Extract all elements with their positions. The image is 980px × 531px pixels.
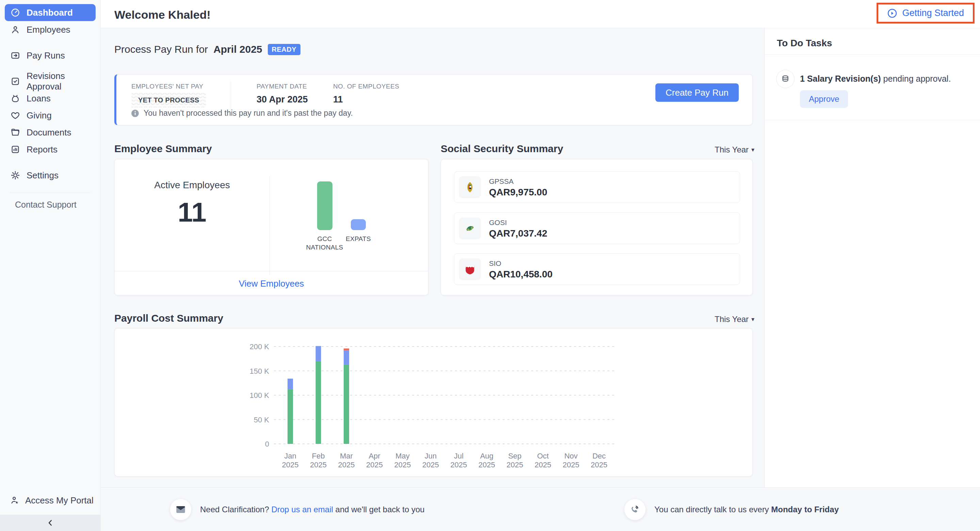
employee-summary-card: Active Employees 11 GCC NATIONALS EXPATS… <box>115 159 428 295</box>
employee-count-field: NO. OF EMPLOYEES 11 <box>333 83 399 105</box>
period-filter-label: This Year <box>714 314 749 324</box>
sidebar-item-label: Pay Runs <box>27 50 65 61</box>
getting-started-label: Getting Started <box>902 8 964 18</box>
sio-emblem-icon <box>459 258 481 280</box>
phone-icon <box>624 499 646 520</box>
create-pay-run-button[interactable]: Create Pay Run <box>655 83 739 102</box>
svg-text:0: 0 <box>265 440 269 448</box>
svg-text:Aug2025: Aug2025 <box>479 452 495 469</box>
svg-text:100 K: 100 K <box>250 391 269 400</box>
access-my-portal-link[interactable]: Access My Portal <box>5 492 99 509</box>
loans-icon <box>10 93 21 104</box>
sidebar-item-pay-runs[interactable]: Pay Runs <box>5 47 95 64</box>
active-employees-label: Active Employees <box>115 180 269 191</box>
revisions-approval-icon <box>10 76 21 86</box>
chevron-down-icon: ▾ <box>751 146 754 153</box>
todo-task-bold: 1 Salary Revision(s) <box>800 74 881 83</box>
employees-icon <box>10 24 21 35</box>
approve-button[interactable]: Approve <box>800 90 848 108</box>
svg-text:Oct2025: Oct2025 <box>535 452 551 469</box>
play-circle-icon <box>887 8 897 18</box>
contact-support-link[interactable]: Contact Support <box>5 200 95 210</box>
social-security-card: GPSSA QAR9,975.00 GOSI QAR7,037.42 SIO Q… <box>441 159 753 295</box>
settings-icon <box>10 170 21 180</box>
sio-name: SIO <box>489 259 501 268</box>
expats-bar <box>351 219 366 230</box>
svg-text:Jul2025: Jul2025 <box>450 452 467 469</box>
sidebar: Dashboard Employees Pay Runs Revi <box>0 0 101 531</box>
drop-us-an-email-link[interactable]: Drop us an email <box>271 505 333 514</box>
sidebar-item-settings[interactable]: Settings <box>5 167 95 184</box>
sidebar-collapse-button[interactable] <box>0 515 101 531</box>
email-support-item: Need Clarification? Drop us an email and… <box>170 488 425 531</box>
sidebar-item-label: Documents <box>27 127 72 138</box>
sidebar-item-revisions-approval[interactable]: Revisions Approval <box>5 73 95 90</box>
svg-text:Dec2025: Dec2025 <box>591 452 608 469</box>
sio-row: SIO QAR10,458.00 <box>454 253 740 285</box>
getting-started-button[interactable]: Getting Started <box>877 3 975 24</box>
phone-support-text: You can directly talk to us every Monday… <box>654 505 839 514</box>
todo-task-item: 1 Salary Revision(s) pending approval. A… <box>765 55 980 120</box>
svg-text:150 K: 150 K <box>250 367 269 375</box>
active-employees-count: 11 <box>115 197 269 228</box>
employee-count-value: 11 <box>333 94 399 105</box>
documents-icon <box>10 127 21 137</box>
expats-label: EXPATS <box>346 235 371 243</box>
payment-date-field: PAYMENT DATE 30 Apr 2025 <box>256 83 308 105</box>
top-header-bar: Welcome Khaled! Getting Started <box>101 0 980 28</box>
reports-icon <box>10 144 21 155</box>
net-pay-field: EMPLOYEES' NET PAY YET TO PROCESS <box>131 83 206 108</box>
svg-text:Mar2025: Mar2025 <box>338 452 355 469</box>
gpssa-name: GPSSA <box>489 177 514 185</box>
sidebar-item-employees[interactable]: Employees <box>5 21 95 38</box>
net-pay-masked-value: YET TO PROCESS <box>131 93 206 108</box>
view-employees-link[interactable]: View Employees <box>115 278 428 289</box>
gcc-nationals-bar <box>317 182 332 230</box>
payrun-info-text: You haven't processed this pay run and i… <box>143 108 353 118</box>
sidebar-item-dashboard[interactable]: Dashboard <box>5 4 95 21</box>
social-security-period-filter[interactable]: This Year ▾ <box>714 145 754 155</box>
payroll-dashboard: Dashboard Employees Pay Runs Revi <box>0 0 980 531</box>
svg-text:Apr2025: Apr2025 <box>366 452 383 469</box>
todo-task-text: 1 Salary Revision(s) pending approval. <box>800 74 951 84</box>
svg-text:Jun2025: Jun2025 <box>422 452 439 469</box>
sidebar-item-label: Loans <box>27 93 51 104</box>
payrun-card: EMPLOYEES' NET PAY YET TO PROCESS PAYMEN… <box>115 74 753 125</box>
todo-task-rest: pending approval. <box>881 74 951 83</box>
pay-runs-icon <box>10 50 21 61</box>
payment-date-label: PAYMENT DATE <box>256 83 308 90</box>
payroll-period-filter[interactable]: This Year ▾ <box>714 314 754 324</box>
support-footer: Need Clarification? Drop us an email and… <box>101 488 980 531</box>
email-text-suffix: and we'll get back to you <box>333 505 425 514</box>
gpssa-row: GPSSA QAR9,975.00 <box>454 171 740 203</box>
sidebar-item-documents[interactable]: Documents <box>5 124 95 141</box>
sidebar-item-label: Revisions Approval <box>27 71 90 92</box>
status-badge: READY <box>268 44 301 55</box>
sidebar-item-reports[interactable]: Reports <box>5 141 95 158</box>
gpssa-amount: QAR9,975.00 <box>489 187 547 198</box>
todo-title: To Do Tasks <box>777 38 832 49</box>
sidebar-item-loans[interactable]: Loans <box>5 90 95 107</box>
dashboard-icon <box>10 8 21 18</box>
payroll-cost-card: 050 K100 K150 K200 KJan2025Feb2025Mar202… <box>115 328 753 477</box>
phone-text-bold: Monday to Friday <box>771 505 839 514</box>
payroll-cost-title: Payroll Cost Summary <box>115 313 223 324</box>
net-pay-label: EMPLOYEES' NET PAY <box>131 83 206 90</box>
sidebar-nav: Dashboard Employees Pay Runs Revi <box>0 0 100 210</box>
giving-icon <box>10 110 21 121</box>
envelope-icon <box>170 499 191 520</box>
info-icon <box>130 109 140 118</box>
sidebar-group-gap <box>5 38 95 47</box>
vertical-divider <box>269 176 270 275</box>
email-text-prefix: Need Clarification? <box>200 505 271 514</box>
sidebar-item-label: Giving <box>27 110 52 121</box>
coins-icon <box>776 70 795 88</box>
todo-panel: To Do Tasks 1 Salary Revision(s) pending… <box>764 28 980 488</box>
horizontal-divider <box>115 271 428 271</box>
phone-text-prefix: You can directly talk to us every <box>654 505 771 514</box>
gosi-name: GOSI <box>489 218 507 227</box>
sidebar-item-giving[interactable]: Giving <box>5 107 95 124</box>
payment-date-value: 30 Apr 2025 <box>256 94 308 105</box>
active-employees-block: Active Employees 11 <box>115 180 269 228</box>
sidebar-item-label: Dashboard <box>27 8 73 18</box>
